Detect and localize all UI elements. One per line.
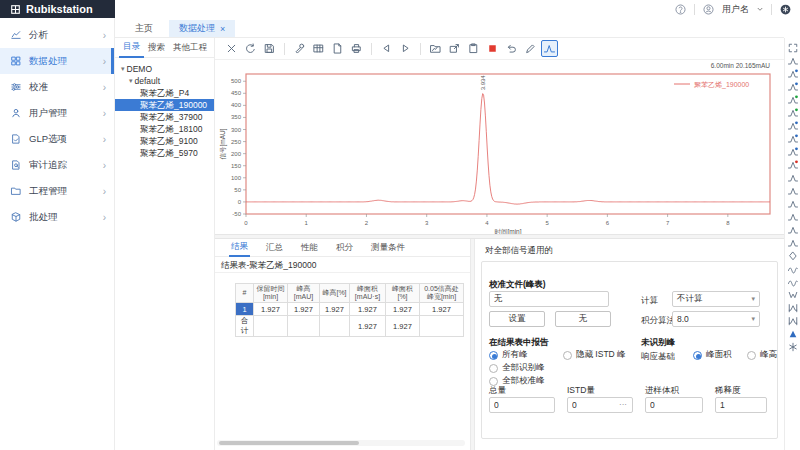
sidebar-item-audit-trail[interactable]: 审计追踪› bbox=[0, 152, 114, 178]
username-label[interactable]: 用户名 bbox=[722, 3, 749, 16]
tab-data-processing[interactable]: 数据处理× bbox=[169, 20, 235, 37]
tree-node-root[interactable]: ▾DEMO bbox=[115, 63, 214, 75]
tools-icon[interactable] bbox=[291, 40, 308, 57]
baseline-wave-icon[interactable] bbox=[786, 262, 800, 275]
radio-dot-icon[interactable] bbox=[747, 351, 756, 360]
peak-base-icon[interactable] bbox=[786, 223, 800, 236]
peak-delete-icon[interactable] bbox=[786, 158, 800, 171]
caret-down-icon[interactable]: ▾ bbox=[129, 77, 133, 85]
total-amount-field[interactable] bbox=[489, 397, 555, 413]
peak-tool-icon[interactable] bbox=[786, 54, 800, 67]
peak-shoulder-icon[interactable] bbox=[786, 236, 800, 249]
table-row[interactable]: 合计1.9271.927 bbox=[236, 316, 464, 337]
sidebar-item-calibration[interactable]: 校准› bbox=[0, 74, 114, 100]
none-button[interactable]: 无 bbox=[555, 311, 611, 327]
report-doc-icon[interactable] bbox=[329, 40, 346, 57]
integration-events-icon[interactable] bbox=[541, 40, 558, 57]
peak-drop-icon[interactable] bbox=[786, 210, 800, 223]
chevron-down-icon[interactable] bbox=[756, 5, 764, 13]
tree-item-1[interactable]: 聚苯乙烯_190000 bbox=[115, 99, 214, 111]
caret-down-icon[interactable]: ▾ bbox=[121, 65, 125, 73]
revert-icon[interactable] bbox=[242, 40, 259, 57]
tree-item-2[interactable]: 聚苯乙烯_37900 bbox=[115, 111, 214, 123]
tree-item-0[interactable]: 聚苯乙烯_P4 bbox=[115, 87, 214, 99]
previous-icon[interactable] bbox=[378, 40, 395, 57]
set-button[interactable]: 设置 bbox=[489, 311, 545, 327]
open-folder-icon[interactable] bbox=[427, 40, 444, 57]
results-column-header[interactable]: 0.05倍高处峰宽[min] bbox=[420, 284, 464, 303]
results-column-header[interactable]: 峰面积[mAU·s] bbox=[350, 284, 386, 303]
tree-tab-search[interactable]: 搜索 bbox=[144, 39, 169, 57]
peak-start-icon[interactable] bbox=[786, 67, 800, 80]
radio-peak-area[interactable]: 峰面积 bbox=[693, 349, 732, 361]
peak-tangent-icon[interactable] bbox=[786, 184, 800, 197]
table-view-icon[interactable] bbox=[310, 40, 327, 57]
result-tab-results[interactable]: 结果 bbox=[229, 239, 250, 257]
peak-skim-icon[interactable] bbox=[786, 171, 800, 184]
peak-end-icon[interactable] bbox=[786, 80, 800, 93]
close-tab-icon[interactable]: × bbox=[220, 24, 225, 34]
peak-add-icon[interactable] bbox=[786, 93, 800, 106]
table-row[interactable]: 11.9271.9271.9271.9271.9271.927 bbox=[236, 303, 464, 316]
chromatogram-chart[interactable]: 6.00min 20.165mAU-5005010015020025030035… bbox=[218, 60, 780, 236]
results-column-header[interactable]: # bbox=[236, 284, 254, 303]
calibration-file-input[interactable] bbox=[489, 291, 609, 307]
results-column-header[interactable]: 峰面积[%] bbox=[386, 284, 420, 303]
results-column-header[interactable]: 峰高[%] bbox=[320, 284, 350, 303]
tree-item-5[interactable]: 聚苯乙烯_5970 bbox=[115, 147, 214, 159]
tree-tab-directory[interactable]: 目录 bbox=[119, 38, 144, 58]
force-peak-icon[interactable] bbox=[786, 327, 800, 340]
sidebar-item-batch-processing[interactable]: 批处理› bbox=[0, 204, 114, 230]
injection-volume-field[interactable] bbox=[645, 397, 703, 413]
dilution-field[interactable] bbox=[715, 397, 767, 413]
sidebar-item-glp-options[interactable]: GLP选项› bbox=[0, 126, 114, 152]
user-avatar-icon[interactable] bbox=[702, 3, 715, 16]
stop-icon[interactable] bbox=[484, 40, 501, 57]
sidebar-item-data-processing[interactable]: 数据处理› bbox=[0, 48, 114, 74]
next-icon[interactable] bbox=[397, 40, 414, 57]
help-icon[interactable] bbox=[674, 3, 687, 16]
algorithm-select[interactable]: 8.0▾ bbox=[672, 311, 760, 327]
radio-dot-icon[interactable] bbox=[693, 351, 702, 360]
result-tab-measure-conditions[interactable]: 测量条件 bbox=[369, 240, 407, 256]
window-region-icon[interactable] bbox=[786, 301, 800, 314]
annotate-pen-icon[interactable] bbox=[522, 40, 539, 57]
sidebar-item-project-management[interactable]: 工程管理› bbox=[0, 178, 114, 204]
close-icon[interactable] bbox=[223, 40, 240, 57]
results-column-header[interactable]: 保留时间[min] bbox=[254, 284, 288, 303]
export-icon[interactable] bbox=[446, 40, 463, 57]
sidebar-item-analysis[interactable]: 分析› bbox=[0, 22, 114, 48]
undo-icon[interactable] bbox=[503, 40, 520, 57]
radio-dot-icon[interactable] bbox=[489, 351, 498, 360]
tab-home[interactable]: 主页 bbox=[125, 20, 163, 37]
tree-tab-other-projects[interactable]: 其他工程 bbox=[169, 39, 211, 57]
radio-all-peaks[interactable]: 所有峰 bbox=[489, 349, 528, 361]
peak-split-icon[interactable] bbox=[786, 145, 800, 158]
calc-select[interactable]: 不计算▾ bbox=[672, 291, 760, 307]
baseline-point-icon[interactable] bbox=[786, 249, 800, 262]
sidebar-item-user-management[interactable]: 用户管理› bbox=[0, 100, 114, 126]
tree-item-3[interactable]: 聚苯乙烯_18100 bbox=[115, 123, 214, 135]
peak-accept-icon[interactable] bbox=[786, 106, 800, 119]
radio-hide-istd-peaks[interactable]: 隐藏 ISTD 峰 bbox=[563, 349, 626, 361]
more-options-icon[interactable]: ··· bbox=[619, 400, 627, 409]
radio-dot-icon[interactable] bbox=[489, 364, 498, 373]
peak-valley-icon[interactable] bbox=[786, 197, 800, 210]
result-tab-performance[interactable]: 性能 bbox=[299, 240, 320, 256]
tree-item-4[interactable]: 聚苯乙烯_9100 bbox=[115, 135, 214, 147]
smooth-wave-icon[interactable] bbox=[786, 275, 800, 288]
scrollbar-thumb[interactable] bbox=[219, 441, 359, 445]
manual-event-icon[interactable] bbox=[786, 340, 800, 353]
radio-all-identified-peaks[interactable]: 全部识别峰 bbox=[489, 362, 545, 374]
tree-node-folder[interactable]: ▾default bbox=[115, 75, 214, 87]
peak-move-right-icon[interactable] bbox=[786, 132, 800, 145]
results-column-header[interactable]: 峰高[mAU] bbox=[288, 284, 320, 303]
result-tab-integration[interactable]: 积分 bbox=[334, 240, 355, 256]
result-tab-summary[interactable]: 汇总 bbox=[264, 240, 285, 256]
region-peaks-icon[interactable] bbox=[786, 314, 800, 327]
radio-dot-icon[interactable] bbox=[563, 351, 572, 360]
radio-peak-height[interactable]: 峰高 bbox=[747, 349, 777, 361]
save-icon[interactable] bbox=[261, 40, 278, 57]
zoom-fit-icon[interactable] bbox=[786, 41, 800, 54]
print-icon[interactable] bbox=[348, 40, 365, 57]
